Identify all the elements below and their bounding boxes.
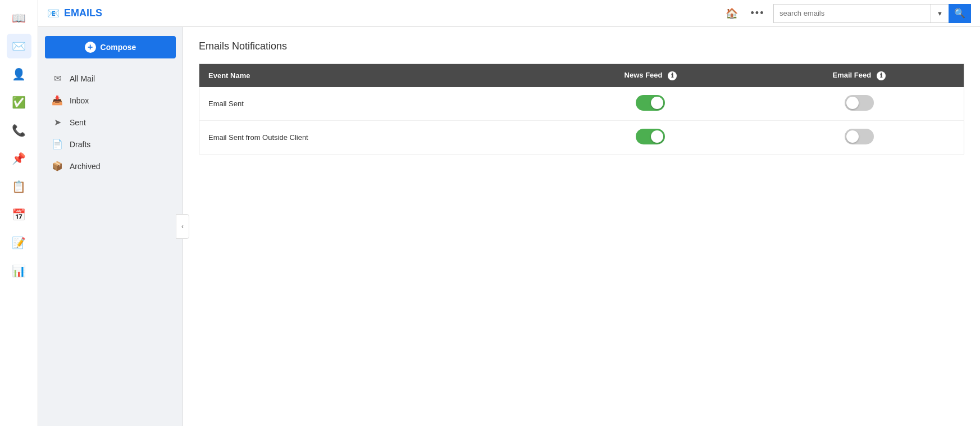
sidebar: + Compose ✉ All Mail 📥 Inbox ➤ Sent 📄 Dr…: [38, 27, 183, 426]
sidebar-item-inbox[interactable]: 📥 Inbox: [45, 89, 176, 111]
dots-icon: •••: [751, 7, 765, 19]
home-icon: 🏠: [726, 7, 738, 20]
home-button[interactable]: 🏠: [722, 3, 742, 24]
notifications-table: Event Name News Feed ℹ Email Feed ℹ Emai…: [199, 64, 964, 155]
top-bar: 📧 EMAILS 🏠 ••• ▼ 🔍: [38, 0, 980, 27]
event-name-cell: Email Sent from Outside Client: [199, 120, 547, 154]
sidebar-item-contacts[interactable]: 👤: [7, 62, 31, 87]
email-feed-toggle[interactable]: [845, 95, 874, 111]
sidebar-item-pin[interactable]: 📌: [7, 146, 31, 171]
news-feed-cell: [547, 87, 755, 121]
search-icon: 🔍: [954, 8, 965, 19]
sidebar-item-label: All Mail: [70, 74, 95, 83]
page-title: Emails Notifications: [199, 40, 964, 52]
sidebar-item-email[interactable]: ✉️: [7, 34, 31, 58]
sidebar-item-tasks[interactable]: ✅: [7, 90, 31, 115]
table-row: Email Sent from Outside Client: [199, 120, 964, 154]
email-feed-cell: [754, 120, 964, 154]
compose-button[interactable]: + Compose: [45, 36, 176, 58]
news-feed-toggle[interactable]: [636, 95, 665, 111]
sidebar-collapse-handle[interactable]: ‹: [176, 214, 189, 239]
top-bar-actions: 🏠 ••• ▼ 🔍: [722, 3, 971, 24]
sidebar-item-all-mail[interactable]: ✉ All Mail: [45, 67, 176, 89]
app-title: EMAILS: [64, 7, 102, 19]
main-content: Emails Notifications Event Name News Fee…: [183, 27, 980, 426]
search-input[interactable]: [773, 4, 931, 23]
email-feed-info-icon[interactable]: ℹ: [877, 71, 886, 80]
search-container: ▼ 🔍: [773, 4, 971, 23]
sidebar-item-label: Sent: [70, 118, 86, 127]
content-area: + Compose ✉ All Mail 📥 Inbox ➤ Sent 📄 Dr…: [38, 27, 980, 426]
sent-icon: ➤: [52, 117, 63, 128]
news-feed-info-icon[interactable]: ℹ: [668, 71, 677, 80]
table-row: Email Sent: [199, 87, 964, 121]
sidebar-item-calendar[interactable]: 📅: [7, 202, 31, 227]
search-dropdown-button[interactable]: ▼: [931, 4, 949, 23]
more-options-button[interactable]: •••: [747, 3, 768, 24]
app-logo: 📧 EMAILS: [47, 7, 715, 20]
col-header-news-feed: News Feed ℹ: [547, 64, 755, 87]
sidebar-item-drafts[interactable]: 📄 Drafts: [45, 133, 176, 155]
sidebar-item-sent[interactable]: ➤ Sent: [45, 111, 176, 133]
collapse-arrow-icon: ‹: [181, 223, 184, 230]
sidebar-item-list[interactable]: 📋: [7, 174, 31, 199]
sidebar-item-notes[interactable]: 📝: [7, 230, 31, 255]
sidebar-item-book[interactable]: 📖: [7, 6, 31, 30]
chevron-down-icon: ▼: [937, 10, 943, 17]
col-header-event-name: Event Name: [199, 64, 547, 87]
sidebar-item-chart[interactable]: 📊: [7, 259, 31, 283]
icon-bar: 📖 ✉️ 👤 ✅ 📞 📌 📋 📅 📝 📊: [0, 0, 38, 426]
compose-label: Compose: [101, 43, 136, 52]
drafts-icon: 📄: [52, 139, 63, 149]
sidebar-item-archived[interactable]: 📦 Archived: [45, 155, 176, 177]
email-feed-cell: [754, 87, 964, 121]
search-go-button[interactable]: 🔍: [949, 4, 971, 23]
event-name-cell: Email Sent: [199, 87, 547, 121]
archived-icon: 📦: [52, 161, 63, 171]
email-feed-toggle[interactable]: [845, 129, 874, 144]
sidebar-item-label: Inbox: [70, 96, 89, 105]
news-feed-cell: [547, 120, 755, 154]
plus-circle-icon: +: [85, 42, 96, 53]
sidebar-item-phone[interactable]: 📞: [7, 118, 31, 143]
email-logo-icon: 📧: [47, 7, 60, 20]
inbox-icon: 📥: [52, 95, 63, 106]
col-header-email-feed: Email Feed ℹ: [754, 64, 964, 87]
sidebar-item-label: Archived: [70, 162, 100, 171]
news-feed-toggle[interactable]: [636, 129, 665, 144]
sidebar-item-label: Drafts: [70, 140, 90, 149]
all-mail-icon: ✉: [52, 73, 63, 84]
